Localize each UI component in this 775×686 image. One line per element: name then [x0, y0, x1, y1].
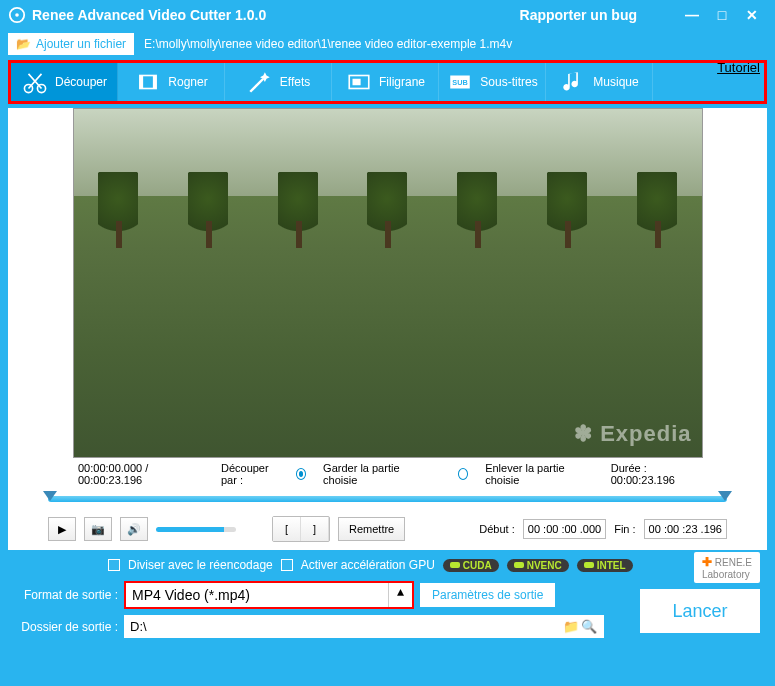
- folder-icon[interactable]: 📁: [562, 619, 580, 634]
- tab-music[interactable]: Musique: [546, 63, 653, 101]
- gpu-checkbox[interactable]: [281, 559, 293, 571]
- end-label: Fin :: [614, 523, 635, 535]
- tab-cut[interactable]: Découper: [11, 63, 118, 101]
- svg-point-1: [15, 13, 19, 17]
- radio-remove[interactable]: [458, 468, 468, 480]
- mark-in-button[interactable]: [: [273, 517, 301, 541]
- minimize-button[interactable]: ―: [677, 7, 707, 23]
- begin-label: Début :: [479, 523, 514, 535]
- chevron-up-icon[interactable]: ▴: [388, 583, 412, 607]
- tab-effects[interactable]: Effets: [225, 63, 332, 101]
- add-file-label: Ajouter un fichier: [36, 37, 126, 51]
- trim-start-handle[interactable]: [43, 491, 57, 501]
- tab-subtitles[interactable]: SUBSous-titres: [439, 63, 546, 101]
- intel-badge: INTEL: [577, 559, 633, 572]
- svg-rect-5: [140, 76, 143, 89]
- output-folder-input[interactable]: D:\ 📁 🔍: [124, 615, 604, 638]
- volume-slider[interactable]: [156, 527, 236, 532]
- play-button[interactable]: ▶: [48, 517, 76, 541]
- speaker-icon: 🔊: [127, 523, 141, 536]
- divide-checkbox[interactable]: [108, 559, 120, 571]
- format-label: Format de sortie :: [8, 588, 118, 602]
- close-button[interactable]: ✕: [737, 7, 767, 23]
- watermark-logo: ✽ Expedia: [574, 421, 691, 447]
- cut-by-label: Découper par :: [221, 462, 282, 486]
- cuda-badge: CUDA: [443, 559, 499, 572]
- search-icon[interactable]: 🔍: [580, 619, 598, 634]
- time-position: 00:00:00.000 / 00:00:23.196: [78, 462, 193, 486]
- file-path: E:\molly\molly\renee video editor\1\rene…: [144, 37, 512, 51]
- folder-label: Dossier de sortie :: [8, 620, 118, 634]
- radio-keep[interactable]: [296, 468, 306, 480]
- nvenc-badge: NVENC: [507, 559, 569, 572]
- folder-plus-icon: 📂: [16, 37, 31, 51]
- snapshot-button[interactable]: 📷: [84, 517, 112, 541]
- duration-label: Durée : 00:00:23.196: [611, 462, 697, 486]
- svg-rect-8: [352, 79, 360, 86]
- mark-out-button[interactable]: ]: [301, 517, 329, 541]
- brand-logo: ✚ RENE.ELaboratory: [694, 552, 760, 583]
- volume-button[interactable]: 🔊: [120, 517, 148, 541]
- reset-button[interactable]: Remettre: [338, 517, 405, 541]
- output-params-button[interactable]: Paramètres de sortie: [420, 583, 555, 607]
- video-preview[interactable]: ✽ Expedia: [73, 108, 703, 458]
- app-title: Renee Advanced Video Cutter 1.0.0: [32, 7, 266, 23]
- tab-watermark[interactable]: Filigrane: [332, 63, 439, 101]
- format-select[interactable]: MP4 Video (*.mp4) ▴: [124, 581, 414, 609]
- trim-end-handle[interactable]: [718, 491, 732, 501]
- tutorial-link[interactable]: Tutoriel: [717, 60, 760, 75]
- app-icon: [8, 6, 26, 24]
- begin-time-input[interactable]: 00 :00 :00 .000: [523, 519, 606, 539]
- report-bug-link[interactable]: Rapporter un bug: [520, 7, 637, 23]
- add-file-button[interactable]: 📂 Ajouter un fichier: [8, 33, 134, 55]
- camera-icon: 📷: [91, 523, 105, 536]
- svg-rect-6: [153, 76, 156, 89]
- launch-button[interactable]: Lancer: [640, 589, 760, 633]
- end-time-input[interactable]: 00 :00 :23 .196: [644, 519, 727, 539]
- maximize-button[interactable]: □: [707, 7, 737, 23]
- tool-tabs: Découper Rogner Effets Filigrane SUBSous…: [8, 60, 767, 104]
- tab-crop[interactable]: Rogner: [118, 63, 225, 101]
- svg-text:SUB: SUB: [453, 78, 468, 87]
- trim-slider[interactable]: [48, 496, 727, 502]
